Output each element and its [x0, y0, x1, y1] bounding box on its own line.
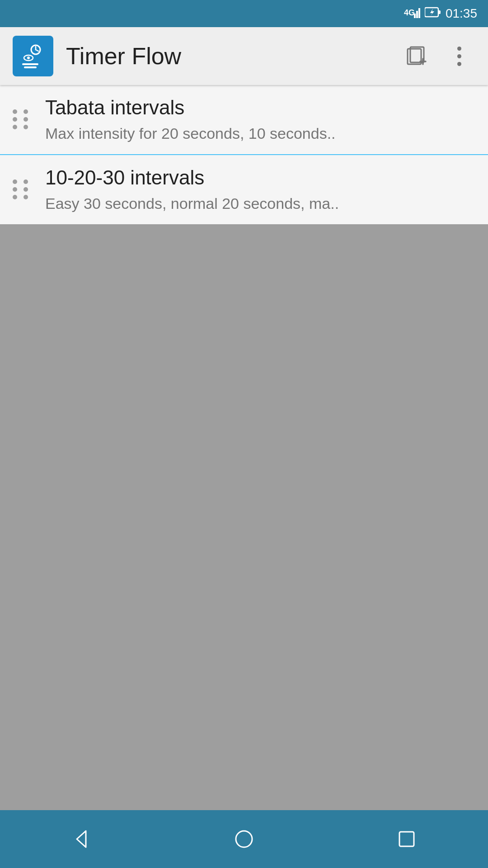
three-dots-icon — [457, 47, 461, 66]
svg-marker-18 — [77, 831, 86, 847]
signal-icon: 4G — [404, 5, 420, 22]
svg-rect-13 — [24, 66, 37, 68]
svg-rect-3 — [418, 8, 420, 18]
drag-handle-icon[interactable] — [13, 179, 31, 199]
svg-line-9 — [36, 50, 38, 51]
home-button[interactable] — [217, 812, 271, 866]
clock: 01:35 — [446, 6, 477, 21]
overflow-menu-button[interactable] — [443, 40, 475, 72]
list-item-content: 10-20-30 intervals Easy 30 seconds, norm… — [45, 166, 475, 213]
svg-rect-20 — [399, 832, 414, 846]
status-bar: 4G 01:35 — [0, 0, 488, 27]
navigation-bar — [0, 810, 488, 868]
app-logo — [13, 36, 53, 76]
svg-marker-6 — [430, 9, 434, 16]
svg-rect-1 — [414, 14, 416, 18]
timers-list: Tabata intervals Max intensity for 20 se… — [0, 85, 488, 224]
list-item-subtitle: Easy 30 seconds, normal 20 seconds, ma.. — [45, 193, 475, 213]
list-item-subtitle: Max intensity for 20 seconds, 10 seconds… — [45, 123, 475, 143]
list-item-title: Tabata intervals — [45, 96, 475, 120]
list-item[interactable]: 10-20-30 intervals Easy 30 seconds, norm… — [0, 155, 488, 224]
page-title: Timer Flow — [66, 42, 401, 70]
svg-point-11 — [27, 57, 30, 59]
svg-rect-5 — [438, 10, 441, 14]
app-bar-actions — [401, 40, 475, 72]
status-icons: 4G 01:35 — [404, 5, 477, 22]
drag-handle-icon[interactable] — [13, 109, 31, 129]
list-item[interactable]: Tabata intervals Max intensity for 20 se… — [0, 85, 488, 154]
svg-text:4G: 4G — [404, 8, 415, 17]
svg-rect-12 — [22, 63, 38, 65]
app-bar: Timer Flow — [0, 27, 488, 85]
recents-button[interactable] — [380, 812, 434, 866]
back-button[interactable] — [54, 812, 108, 866]
svg-point-19 — [236, 831, 252, 847]
main-content-area — [0, 224, 488, 810]
list-item-title: 10-20-30 intervals — [45, 166, 475, 190]
battery-icon — [425, 6, 441, 21]
svg-rect-2 — [416, 11, 418, 18]
add-timer-button[interactable] — [401, 40, 434, 72]
list-item-content: Tabata intervals Max intensity for 20 se… — [45, 96, 475, 143]
